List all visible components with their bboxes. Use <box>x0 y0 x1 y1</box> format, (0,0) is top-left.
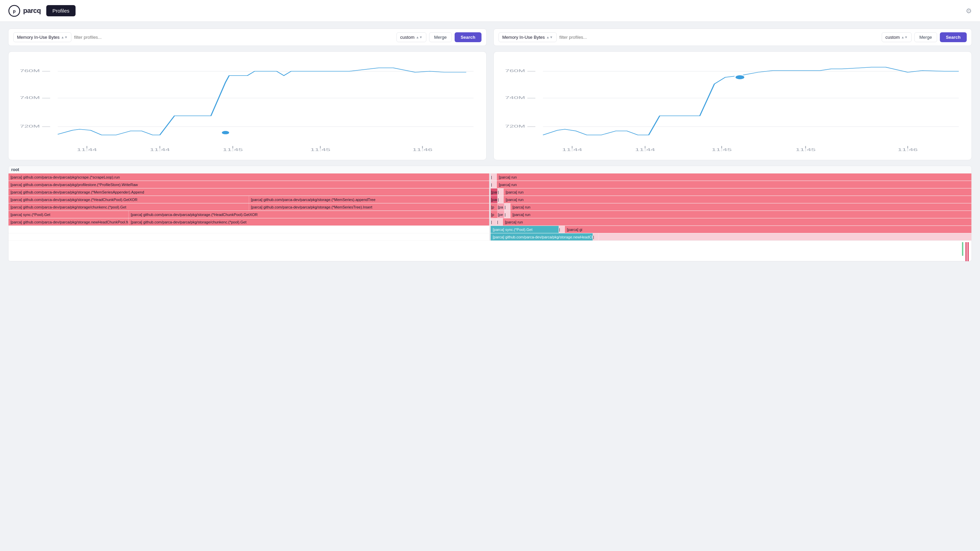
right-profile-type-chevron: ▲▼ <box>546 35 553 39</box>
right-search-bar: Memory In-Use Bytes ▲▼ custom ▲▼ Merge S… <box>493 29 972 46</box>
right-profile-type-select[interactable]: Memory In-Use Bytes ▲▼ <box>498 32 557 42</box>
svg-text:720M —: 720M — <box>20 124 50 128</box>
flame-row-8-left <box>8 226 489 233</box>
flame-cell-2-left[interactable]: [parca] github.com/parca-dev/parca/pkg/p… <box>8 181 489 188</box>
flame-cell-5-left[interactable]: [parca] github.com/parca-dev/parca/pkg/s… <box>8 203 249 211</box>
flame-cell-7-left[interactable]: [parca] github.com/parca-dev/parca/pkg/s… <box>8 218 129 225</box>
left-filter-input[interactable] <box>74 35 394 40</box>
right-time-range-select[interactable]: custom ▲▼ <box>882 32 912 42</box>
right-merge-button[interactable]: Merge <box>914 32 937 42</box>
logo-text: parcq <box>23 7 41 14</box>
left-profile-type-select[interactable]: Memory In-Use Bytes ▲▼ <box>13 32 72 42</box>
flame-cell-5-right[interactable]: [parca] run <box>511 203 972 211</box>
right-search-button[interactable]: Search <box>940 32 967 42</box>
flame-cell-3-right-narrow2[interactable]: | <box>498 189 504 195</box>
flamegraph-section: root [parca] github.com/parca-dev/parca/… <box>8 166 972 262</box>
right-chart-svg: 760M — 740M — 720M — 11:44 11:44 11:45 1… <box>499 57 966 154</box>
left-chart-card: 760M — 740M — 720M — 11:44 11:44 11:45 1… <box>8 51 487 160</box>
flame-cell-6-right-n2[interactable]: [pe <box>498 211 504 218</box>
flame-cell-5-right-narrow[interactable]: | <box>504 203 511 211</box>
svg-text:p: p <box>13 8 16 14</box>
flame-cell-9-right-narrow[interactable]: | <box>593 233 599 240</box>
flame-cell-8-right-narrow[interactable]: | <box>559 226 565 233</box>
header: p parcq Profiles ⚙ <box>0 0 980 22</box>
flame-cell-5-center[interactable]: [parca] github.com/parca-dev/parca/pkg/s… <box>249 203 490 211</box>
logo: p parcq <box>8 5 41 17</box>
flame-cell-2-right[interactable]: [parca] run <box>497 181 972 188</box>
flame-cell-4-left[interactable]: [parca] github.com/parca-dev/parca/pkg/s… <box>8 196 249 203</box>
flame-row-2-right: | [parca] run <box>491 181 972 188</box>
header-left: p parcq Profiles <box>8 5 76 17</box>
flame-cell-4-right-narrow2[interactable]: | <box>498 196 504 203</box>
flame-cell-6-center[interactable]: [parca] github.com/parca-dev/parca/pkg/s… <box>129 211 489 218</box>
flame-cell-6-right[interactable]: [parca] run <box>511 211 972 218</box>
flame-row-4: [parca] github.com/parca-dev/parca/pkg/s… <box>8 196 972 203</box>
flame-cell-7-right-n1[interactable]: | <box>491 218 497 225</box>
left-search-button[interactable]: Search <box>455 32 482 42</box>
charts-row: 760M — 740M — 720M — 11:44 11:44 11:45 1… <box>8 51 972 160</box>
flame-row-3-left: [parca] github.com/parca-dev/parca/pkg/s… <box>8 189 489 195</box>
flame-cell-3-right-narrow[interactable]: [parca] <box>491 189 498 195</box>
flame-cell-1-right-narrow[interactable]: | <box>491 173 497 181</box>
header-right: ⚙ <box>966 7 972 15</box>
flame-row-7-right: | | [parca] run <box>491 218 972 225</box>
flame-root-label: root <box>8 166 972 173</box>
flame-row-1-left: [parca] github.com/parca-dev/parca/pkg/s… <box>8 173 489 181</box>
left-profile-type-label: Memory In-Use Bytes <box>17 35 60 40</box>
flame-green-bar <box>962 242 963 256</box>
flame-row-8: [parca] sync.(*Pool).Get | [parca] gi <box>8 226 972 233</box>
flame-cell-9-spacer <box>8 233 489 240</box>
svg-text:740M —: 740M — <box>20 95 50 100</box>
flame-cell-6-right-n1[interactable]: [p <box>491 211 498 218</box>
flame-cell-5-right-n2[interactable]: [pa <box>498 203 504 211</box>
svg-text:720M —: 720M — <box>505 124 536 128</box>
left-time-range-select[interactable]: custom ▲▼ <box>396 32 426 42</box>
flame-cell-8-spacer <box>8 226 489 233</box>
svg-text:760M —: 760M — <box>505 69 536 73</box>
flame-row-3-right: [parca] | [parca] run <box>491 189 972 195</box>
right-chart-card: 760M — 740M — 720M — 11:44 11:44 11:45 1… <box>493 51 972 160</box>
flame-cell-3-left[interactable]: [parca] github.com/parca-dev/parca/pkg/s… <box>8 189 489 195</box>
flame-cell-8-right[interactable]: [parca] gi <box>565 226 972 233</box>
flame-cell-4-right-narrow[interactable]: [parca] <box>491 196 498 203</box>
flame-cell-4-right[interactable]: [parca] run <box>504 196 972 203</box>
flame-cell-2-right-narrow[interactable]: | <box>491 181 497 188</box>
flame-trailing-left <box>8 241 962 261</box>
flame-row-5-left: [parca] github.com/parca-dev/parca/pkg/s… <box>8 203 489 211</box>
flame-trailing-rows <box>8 241 972 261</box>
svg-point-25 <box>735 75 745 79</box>
right-filter-input[interactable] <box>559 35 879 40</box>
flame-cell-6-left[interactable]: [parca] sync.(*Pool).Get <box>8 211 129 218</box>
left-chart-svg: 760M — 740M — 720M — 11:44 11:44 11:45 1… <box>14 57 481 154</box>
profiles-button[interactable]: Profiles <box>46 5 76 16</box>
flame-row-6-right: [p [pe | [parca] run <box>491 211 972 218</box>
left-profile-type-chevron: ▲▼ <box>61 35 68 39</box>
flame-cell-5-right-n1[interactable]: [p <box>491 203 498 211</box>
flame-row-2: [parca] github.com/parca-dev/parca/pkg/p… <box>8 181 972 189</box>
flame-cell-1-right[interactable]: [parca] run <box>497 173 972 181</box>
flame-row-3: [parca] github.com/parca-dev/parca/pkg/s… <box>8 189 972 196</box>
flame-row-7-left: [parca] github.com/parca-dev/parca/pkg/s… <box>8 218 489 225</box>
flame-cell-7-center[interactable]: [parca] github.com/parca-dev/parca/pkg/s… <box>129 218 489 225</box>
flame-row-4-right: [parca] | [parca] run <box>491 196 972 203</box>
flame-trailing-right <box>962 241 972 261</box>
flame-row-7: [parca] github.com/parca-dev/parca/pkg/s… <box>8 218 972 226</box>
left-time-range-label: custom <box>400 35 414 40</box>
svg-text:740M —: 740M — <box>505 95 536 100</box>
flame-cell-7-right-n2[interactable]: | <box>497 218 503 225</box>
flame-cell-7-right[interactable]: [parca] run <box>503 218 972 225</box>
flame-cell-3-right[interactable]: [parca] run <box>504 189 972 195</box>
flame-cell-8-center[interactable]: [parca] sync.(*Pool).Get <box>491 226 559 233</box>
right-time-range-label: custom <box>885 35 900 40</box>
left-merge-button[interactable]: Merge <box>429 32 452 42</box>
right-profile-type-label: Memory In-Use Bytes <box>502 35 545 40</box>
settings-icon[interactable]: ⚙ <box>966 7 972 15</box>
flame-cell-9-right[interactable] <box>599 233 972 240</box>
flame-root-row[interactable]: root <box>8 166 972 173</box>
logo-icon: p <box>8 5 21 17</box>
flame-row-4-left: [parca] github.com/parca-dev/parca/pkg/s… <box>8 196 489 203</box>
flame-cell-6-right-narrow[interactable]: | <box>504 211 511 218</box>
flame-cell-9-center[interactable]: [parca] github.com/parca-dev/parca/pkg/s… <box>491 233 593 240</box>
flame-cell-4-center[interactable]: [parca] github.com/parca-dev/parca/pkg/s… <box>249 196 490 203</box>
flame-cell-1-left[interactable]: [parca] github.com/parca-dev/parca/pkg/s… <box>8 173 489 181</box>
